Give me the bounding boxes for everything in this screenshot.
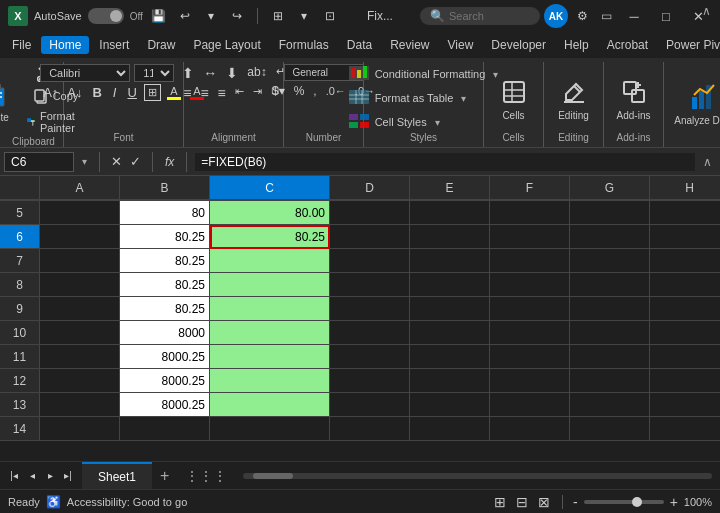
zoom-thumb[interactable] bbox=[632, 497, 642, 507]
cell-b8[interactable]: 80.25 bbox=[120, 273, 210, 297]
row-header-13[interactable]: 13 bbox=[0, 393, 40, 417]
menu-data[interactable]: Data bbox=[339, 36, 380, 54]
add-sheet-button[interactable]: + bbox=[152, 462, 177, 489]
cell-d11[interactable] bbox=[330, 345, 410, 369]
cell-e12[interactable] bbox=[410, 369, 490, 393]
cell-f12[interactable] bbox=[490, 369, 570, 393]
cell-b12[interactable]: 8000.25 bbox=[120, 369, 210, 393]
cell-b14[interactable] bbox=[120, 417, 210, 441]
user-avatar[interactable]: AK bbox=[544, 4, 568, 28]
menu-help[interactable]: Help bbox=[556, 36, 597, 54]
addins-button[interactable]: Add-ins bbox=[611, 72, 657, 125]
menu-insert[interactable]: Insert bbox=[91, 36, 137, 54]
cell-e6[interactable] bbox=[410, 225, 490, 249]
cell-a10[interactable] bbox=[40, 321, 120, 345]
undo-dropdown-icon[interactable]: ▾ bbox=[201, 6, 221, 26]
cell-f10[interactable] bbox=[490, 321, 570, 345]
editing-button[interactable]: Editing bbox=[552, 72, 596, 125]
cell-f11[interactable] bbox=[490, 345, 570, 369]
cell-g8[interactable] bbox=[570, 273, 650, 297]
cell-a11[interactable] bbox=[40, 345, 120, 369]
decrease-font-button[interactable]: A↓ bbox=[64, 84, 85, 101]
cell-h6[interactable] bbox=[650, 225, 720, 249]
cell-c14[interactable] bbox=[210, 417, 330, 441]
menu-draw[interactable]: Draw bbox=[139, 36, 183, 54]
next-sheet-button[interactable]: ▸ bbox=[42, 468, 58, 484]
menu-developer[interactable]: Developer bbox=[483, 36, 554, 54]
cells-button[interactable]: Cells bbox=[492, 72, 536, 125]
cell-g13[interactable] bbox=[570, 393, 650, 417]
save-icon[interactable]: 💾 bbox=[149, 6, 169, 26]
cell-c10[interactable] bbox=[210, 321, 330, 345]
cell-c5[interactable]: 80.00 bbox=[210, 201, 330, 225]
cell-g11[interactable] bbox=[570, 345, 650, 369]
cell-c7[interactable] bbox=[210, 249, 330, 273]
ribbon-display-icon[interactable]: ▭ bbox=[596, 6, 616, 26]
menu-file[interactable]: File bbox=[4, 36, 39, 54]
options-icon[interactable]: ⚙ bbox=[572, 6, 592, 26]
menu-view[interactable]: View bbox=[440, 36, 482, 54]
menu-formulas[interactable]: Formulas bbox=[271, 36, 337, 54]
col-header-a[interactable]: A bbox=[40, 176, 120, 200]
cell-d5[interactable] bbox=[330, 201, 410, 225]
cell-d13[interactable] bbox=[330, 393, 410, 417]
first-sheet-button[interactable]: |◂ bbox=[6, 468, 22, 484]
menu-acrobat[interactable]: Acrobat bbox=[599, 36, 656, 54]
col-header-f[interactable]: F bbox=[490, 176, 570, 200]
cell-g7[interactable] bbox=[570, 249, 650, 273]
cell-e11[interactable] bbox=[410, 345, 490, 369]
cell-f8[interactable] bbox=[490, 273, 570, 297]
cell-h9[interactable] bbox=[650, 297, 720, 321]
row-header-12[interactable]: 12 bbox=[0, 369, 40, 393]
cell-styles-dropdown[interactable]: ▾ bbox=[435, 117, 440, 128]
share-icon[interactable]: ⊡ bbox=[320, 6, 340, 26]
text-orientation-button[interactable]: ab↕ bbox=[244, 64, 269, 82]
font-family-select[interactable]: Calibri bbox=[40, 64, 130, 82]
cell-f14[interactable] bbox=[490, 417, 570, 441]
cell-e7[interactable] bbox=[410, 249, 490, 273]
row-header-8[interactable]: 8 bbox=[0, 273, 40, 297]
cell-g10[interactable] bbox=[570, 321, 650, 345]
cell-h8[interactable] bbox=[650, 273, 720, 297]
cell-b13[interactable]: 8000.25 bbox=[120, 393, 210, 417]
cell-d8[interactable] bbox=[330, 273, 410, 297]
horizontal-scrollbar[interactable] bbox=[243, 473, 712, 479]
cell-f9[interactable] bbox=[490, 297, 570, 321]
underline-button[interactable]: U bbox=[123, 84, 140, 101]
undo-icon[interactable]: ↩ bbox=[175, 6, 195, 26]
row-header-10[interactable]: 10 bbox=[0, 321, 40, 345]
col-header-g[interactable]: G bbox=[570, 176, 650, 200]
cell-styles-button[interactable]: Cell Styles ▾ bbox=[345, 112, 503, 132]
zoom-slider[interactable] bbox=[584, 500, 664, 504]
cell-a9[interactable] bbox=[40, 297, 120, 321]
col-header-h[interactable]: H bbox=[650, 176, 720, 200]
menu-page-layout[interactable]: Page Layout bbox=[185, 36, 268, 54]
collapse-ribbon-button[interactable]: ∧ bbox=[696, 4, 716, 18]
cell-c11[interactable] bbox=[210, 345, 330, 369]
restore-button[interactable]: □ bbox=[652, 2, 680, 30]
align-middle-button[interactable]: ↔ bbox=[200, 64, 220, 82]
cell-h12[interactable] bbox=[650, 369, 720, 393]
cell-h14[interactable] bbox=[650, 417, 720, 441]
accept-formula-icon[interactable]: ✓ bbox=[127, 154, 144, 169]
paste-button[interactable]: Paste bbox=[0, 74, 16, 127]
cell-a5[interactable] bbox=[40, 201, 120, 225]
col-header-d[interactable]: D bbox=[330, 176, 410, 200]
cell-b10[interactable]: 8000 bbox=[120, 321, 210, 345]
conditional-formatting-button[interactable]: Conditional Formatting ▾ bbox=[345, 64, 503, 84]
menu-home[interactable]: Home bbox=[41, 36, 89, 54]
cell-b11[interactable]: 8000.25 bbox=[120, 345, 210, 369]
cell-g6[interactable] bbox=[570, 225, 650, 249]
quick-access-icon[interactable]: ⊞ bbox=[268, 6, 288, 26]
cell-h13[interactable] bbox=[650, 393, 720, 417]
sheet-tab-sheet1[interactable]: Sheet1 bbox=[82, 462, 152, 489]
row-header-14[interactable]: 14 bbox=[0, 417, 40, 441]
cell-e14[interactable] bbox=[410, 417, 490, 441]
menu-review[interactable]: Review bbox=[382, 36, 437, 54]
sheet-options-button[interactable]: ⋮⋮⋮ bbox=[177, 462, 235, 489]
select-all-button[interactable] bbox=[0, 176, 40, 200]
expand-name-box-icon[interactable]: ▾ bbox=[82, 156, 87, 167]
format-as-table-dropdown[interactable]: ▾ bbox=[461, 93, 466, 104]
cell-g5[interactable] bbox=[570, 201, 650, 225]
comma-button[interactable]: , bbox=[310, 83, 319, 99]
